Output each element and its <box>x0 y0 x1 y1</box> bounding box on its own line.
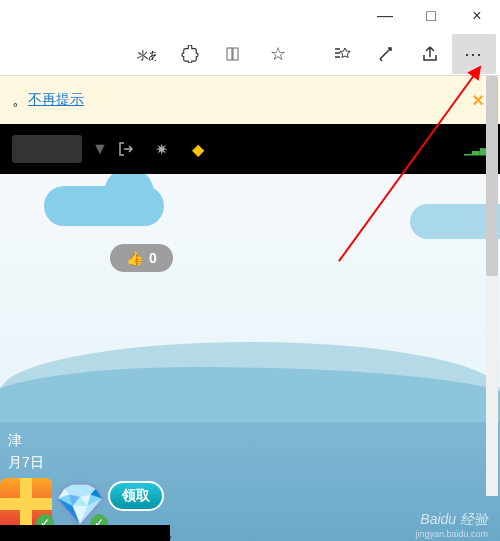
claim-button[interactable]: 领取 <box>108 481 164 511</box>
window-titlebar: — □ × <box>0 0 500 32</box>
notice-prefix: 。 <box>12 90 28 111</box>
reading-list-icon[interactable] <box>212 34 256 74</box>
translate-icon[interactable]: ⺢あ <box>124 34 168 74</box>
like-button[interactable]: 👍 0 <box>110 244 173 272</box>
vertical-scrollbar[interactable] <box>486 76 498 496</box>
favorite-star-icon[interactable]: ☆ <box>256 34 300 74</box>
close-button[interactable]: × <box>454 0 500 32</box>
settings-gear-icon[interactable]: ✷ <box>148 135 176 163</box>
dismiss-link[interactable]: 不再提示 <box>28 91 84 109</box>
date-text: 月7日 <box>8 454 44 472</box>
diamond-icon[interactable]: ◆ <box>184 135 212 163</box>
favorites-list-icon[interactable] <box>320 34 364 74</box>
svg-text:⺢あ: ⺢あ <box>137 49 156 61</box>
more-menu-button[interactable]: ⋯ <box>452 34 496 74</box>
maximize-button[interactable]: □ <box>408 0 454 32</box>
hero-background: 👍 0 <box>0 174 500 422</box>
share-icon[interactable] <box>408 34 452 74</box>
profile-segment[interactable] <box>12 135 82 163</box>
exit-icon[interactable] <box>112 135 140 163</box>
scroll-thumb[interactable] <box>486 76 498 276</box>
minimize-button[interactable]: — <box>362 0 408 32</box>
bottom-panel <box>0 525 170 541</box>
cloud-decoration <box>44 186 164 226</box>
location-text: 津 <box>8 432 22 450</box>
extensions-icon[interactable] <box>168 34 212 74</box>
svg-rect-1 <box>227 48 232 60</box>
reward-icons-row: ✓ 💎 ✓ 领取 <box>0 478 164 530</box>
thumbs-up-icon: 👍 <box>126 250 143 266</box>
browser-toolbar: ⺢あ ☆ ⋯ <box>0 32 500 76</box>
app-header-bar: ▼ ✷ ◆ ▁▃▅ <box>0 124 500 174</box>
like-count: 0 <box>149 250 157 266</box>
page-content: ▼ ✷ ◆ ▁▃▅ 👍 0 津 月7日 ✓ 💎 ✓ 领取 传奇霸 <box>0 124 500 541</box>
watermark-logo: Baidu 经验 <box>420 511 488 529</box>
svg-rect-2 <box>233 48 238 60</box>
signal-icon: ▁▃▅ <box>464 144 488 155</box>
notice-bar: 。 不再提示 × <box>0 76 500 124</box>
collections-icon[interactable] <box>364 34 408 74</box>
notice-close-icon[interactable]: × <box>472 89 484 112</box>
watermark-url: jingyan.baidu.com <box>415 529 488 539</box>
